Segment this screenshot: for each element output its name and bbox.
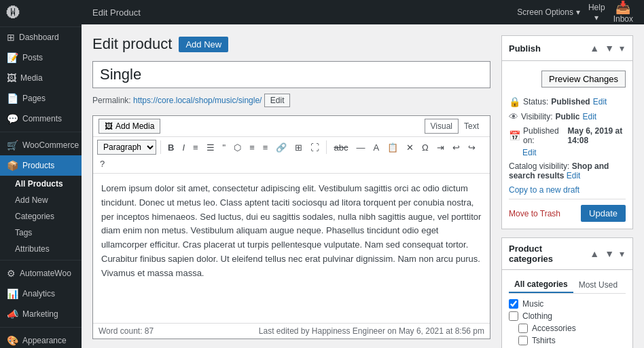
products-icon: 📦: [7, 160, 18, 171]
sidebar-item-analytics[interactable]: 📊 Analytics: [0, 284, 82, 304]
sidebar-item-marketing[interactable]: 📣 Marketing: [0, 304, 82, 324]
indent-button[interactable]: ⇥: [434, 141, 447, 154]
clear-button[interactable]: ✕: [404, 141, 416, 154]
inbox-button[interactable]: 📥 Inbox: [613, 1, 633, 24]
sidebar-item-all-products[interactable]: All Products: [0, 176, 82, 192]
add-new-button[interactable]: Add New: [179, 37, 228, 52]
align-right-button[interactable]: ≡: [260, 141, 271, 154]
permalink-prefix: Permalink:: [92, 96, 131, 105]
fullscreen-button[interactable]: ⛶: [308, 141, 322, 154]
publish-toggle[interactable]: ▾: [618, 41, 626, 55]
category-accessories: Accessories: [509, 324, 626, 333]
product-categories-header[interactable]: Product categories ▲ ▼ ▾: [502, 238, 632, 270]
strikethrough-button[interactable]: abc: [331, 141, 351, 154]
help-label: Help: [588, 3, 605, 12]
visibility-label: Visibility:: [521, 112, 552, 121]
categories-collapse-up[interactable]: ▲: [588, 247, 601, 260]
text-color-button[interactable]: A: [370, 141, 382, 154]
status-edit-link[interactable]: Edit: [593, 97, 607, 107]
sidebar-item-appearance[interactable]: 🎨 Appearance: [0, 330, 82, 348]
italic-button[interactable]: I: [179, 141, 187, 154]
woocommerce-icon: 🛒: [7, 140, 18, 151]
align-left-button[interactable]: ⬡: [231, 141, 244, 154]
move-to-trash-link[interactable]: Move to Trash: [509, 209, 560, 218]
copy-to-draft-link[interactable]: Copy to a new draft: [509, 185, 579, 195]
more-button[interactable]: ⊞: [292, 141, 305, 154]
categories-collapse-down[interactable]: ▼: [603, 247, 615, 260]
sidebar-item-add-new[interactable]: Add New: [0, 192, 82, 208]
category-accessories-checkbox[interactable]: [518, 324, 528, 333]
editor-content[interactable]: Lorem ipsum dolor sit amet, consectetur …: [93, 174, 490, 323]
help-toolbar-button[interactable]: ?: [97, 157, 107, 170]
omega-button[interactable]: Ω: [419, 141, 431, 154]
sidebar-item-woocommerce[interactable]: 🛒 WooCommerce: [0, 135, 82, 155]
comments-icon: 💬: [7, 113, 18, 124]
posts-icon: 📝: [7, 52, 18, 63]
permalink-link[interactable]: https://core.local/shop/music/single/: [133, 96, 262, 105]
topbar-title: Edit Product: [92, 7, 141, 18]
most-used-tab[interactable]: Most Used: [573, 277, 623, 293]
category-music-checkbox[interactable]: [509, 299, 518, 309]
publish-collapse-down[interactable]: ▼: [603, 41, 615, 55]
editor-section: Edit product Add New Permalink: https://…: [82, 24, 501, 348]
text-mode-button[interactable]: Text: [459, 119, 484, 134]
blockquote-button[interactable]: ": [220, 141, 229, 154]
bold-button[interactable]: B: [165, 141, 177, 154]
publish-meta-box: Publish ▲ ▼ ▾ Preview Changes 🔒 Status: …: [501, 35, 633, 229]
calendar-icon: 📅: [509, 130, 520, 141]
preview-changes-button[interactable]: Preview Changes: [541, 71, 626, 88]
category-clothing-checkbox[interactable]: [509, 311, 518, 321]
category-tshirts-checkbox[interactable]: [518, 336, 528, 345]
publish-meta-box-header[interactable]: Publish ▲ ▼ ▾: [502, 36, 632, 61]
published-edit-link[interactable]: Edit: [522, 148, 537, 157]
ordered-list-button[interactable]: ≡: [190, 141, 201, 154]
sidebar-item-pages[interactable]: 📄 Pages: [0, 88, 82, 109]
product-title-input[interactable]: [92, 61, 490, 88]
sidebar-item-attributes[interactable]: Attributes: [0, 241, 82, 257]
add-media-button[interactable]: 🖼 Add Media: [99, 119, 160, 134]
sidebar-item-posts[interactable]: 📝 Posts: [0, 47, 82, 68]
sidebar-item-categories[interactable]: Categories: [0, 208, 82, 225]
sidebar-item-media[interactable]: 🖼 Media: [0, 68, 82, 88]
link-button[interactable]: 🔗: [273, 141, 289, 154]
right-sidebar: Publish ▲ ▼ ▾ Preview Changes 🔒 Status: …: [501, 24, 644, 348]
align-center-button[interactable]: ≡: [247, 141, 257, 154]
sidebar-item-label: Tags: [15, 228, 32, 237]
help-button[interactable]: Help ▾: [588, 3, 605, 22]
publish-collapse-up[interactable]: ▲: [588, 41, 601, 55]
sidebar-item-label: Analytics: [22, 289, 55, 298]
undo-button[interactable]: ↩: [450, 141, 463, 154]
sidebar-item-products[interactable]: 📦 Products: [0, 155, 82, 176]
categories-toggle[interactable]: ▾: [618, 247, 626, 260]
hr-button[interactable]: —: [353, 141, 368, 154]
visual-mode-button[interactable]: Visual: [425, 119, 459, 134]
sidebar-item-comments[interactable]: 💬 Comments: [0, 109, 82, 129]
sidebar-item-dashboard[interactable]: ⊞ Dashboard: [0, 27, 82, 47]
sidebar-item-tags[interactable]: Tags: [0, 225, 82, 241]
edit-permalink-button[interactable]: Edit: [264, 94, 291, 107]
sidebar-item-label: WooCommerce: [22, 140, 79, 150]
paragraph-select[interactable]: Paragraph: [97, 140, 156, 155]
unordered-list-button[interactable]: ☰: [204, 141, 217, 154]
update-button[interactable]: Update: [581, 205, 626, 222]
sidebar-item-label: Media: [20, 73, 43, 83]
add-media-label: Add Media: [115, 121, 154, 131]
permalink-bar: Permalink: https://core.local/shop/music…: [92, 94, 490, 107]
sidebar-item-label: Comments: [22, 114, 62, 123]
editor-box: 🖼 Add Media Visual Text Paragraph B: [92, 115, 490, 339]
all-categories-tab[interactable]: All categories: [509, 277, 573, 293]
media-icon: 🖼: [7, 73, 16, 83]
paste-button[interactable]: 📋: [384, 141, 401, 154]
main-area: Edit Product Screen Options ▾ Help ▾ 📥 I…: [82, 0, 644, 348]
categories-list: Music Clothing Accessories Tshirts: [509, 299, 626, 348]
catalog-edit-link[interactable]: Edit: [567, 171, 581, 180]
product-categories-meta-box: Product categories ▲ ▼ ▾ All categories …: [501, 237, 633, 348]
sidebar-item-automatewoo[interactable]: ⚙ AutomateWoo: [0, 263, 82, 284]
redo-button[interactable]: ↪: [465, 141, 478, 154]
screen-options-button[interactable]: Screen Options ▾: [517, 7, 580, 17]
category-tshirts: Tshirts: [509, 336, 626, 345]
content-area: Edit product Add New Permalink: https://…: [82, 24, 644, 348]
dashboard-icon: ⊞: [7, 32, 15, 43]
visibility-edit-link[interactable]: Edit: [582, 112, 596, 121]
upload-icon: 🖼: [105, 121, 113, 131]
